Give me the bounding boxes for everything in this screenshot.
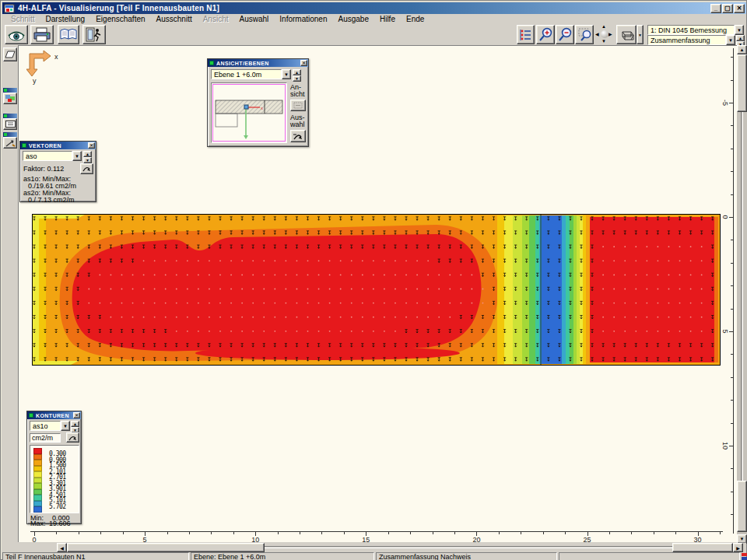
menu-item-informationen[interactable]: Informationen (274, 14, 332, 24)
vector-apply-button[interactable] (80, 163, 93, 174)
view-3d-button[interactable] (616, 25, 637, 44)
pan-left-icon[interactable]: ◀ (595, 31, 599, 37)
drawing-canvas[interactable]: x y 051015202530 -50510 (18, 45, 737, 542)
spinner-up-icon[interactable]: ▲ (83, 151, 92, 157)
panel-title: KONTUREN (36, 413, 73, 418)
spinner-up-icon[interactable]: ▲ (736, 35, 745, 41)
result-combo-drop-icon[interactable]: ▼ (726, 35, 735, 45)
ansicht-ebenen-panel[interactable]: ANSICHT/EBENEN ✕ Ebene 1 +6.0m ▼ ▲ ▼ x (207, 58, 309, 147)
level-spinner[interactable]: ▲ ▼ (293, 69, 301, 79)
result-combo-spinner[interactable]: ▲ ▼ (736, 35, 745, 45)
panel-title-bar[interactable]: VEKTOREN ✕ (20, 142, 96, 149)
ansicht-label: An- sicht (290, 84, 305, 98)
vector-combo-value[interactable]: aso (23, 151, 72, 161)
maximize-button[interactable]: ▢ (722, 4, 733, 13)
contour-combo-value[interactable]: as1o (30, 421, 61, 431)
spinner-up-icon[interactable]: ▲ (293, 69, 301, 75)
panel-close-icon[interactable]: ✕ (88, 142, 95, 149)
pan-down-icon[interactable]: ▼ (601, 39, 606, 44)
collapsed-palette-3[interactable] (3, 132, 17, 149)
mini-title-bar[interactable] (3, 114, 17, 118)
zoom-out-button[interactable] (556, 25, 574, 44)
vector-combo-drop-icon[interactable]: ▼ (72, 151, 82, 161)
level-combo-drop-icon[interactable]: ▼ (282, 69, 291, 79)
auswahl-button[interactable] (290, 130, 306, 142)
vektoren-panel[interactable]: VEKTOREN ✕ aso ▼ ▲ ▼ Faktor: 0.112 as1o:… (19, 141, 96, 202)
palette-button-2[interactable] (3, 118, 17, 130)
plane-select-button[interactable] (3, 47, 17, 61)
zoom-in-button[interactable] (536, 25, 555, 44)
spinner-up-icon[interactable]: ▲ (71, 421, 79, 427)
menu-item-ausschnitt[interactable]: Ausschnitt (151, 14, 198, 24)
design-combo-drop-icon[interactable]: ▼ (735, 25, 744, 35)
spinner-down-icon[interactable]: ▼ (293, 75, 301, 82)
scroll-right-icon[interactable]: ▶ (733, 543, 743, 552)
pan-right-icon[interactable]: ▶ (608, 31, 612, 37)
plan-preview[interactable]: x (211, 82, 287, 143)
result-combo-value[interactable]: Zusammenfassung (647, 35, 726, 45)
close-button[interactable]: ✕ (734, 4, 745, 13)
svg-text:x: x (261, 106, 263, 110)
level-combo[interactable]: Ebene 1 +6.0m ▼ (211, 69, 291, 79)
ansicht-button[interactable] (290, 100, 306, 111)
zoom-out-icon (558, 27, 573, 42)
vector-component-combo[interactable]: aso ▼ (23, 151, 82, 161)
scroll-left-icon[interactable]: ◀ (57, 543, 67, 552)
hscroll-thumb-2[interactable] (672, 543, 733, 552)
palette-button-1[interactable] (3, 93, 17, 104)
panel-close-icon[interactable]: ✕ (300, 60, 307, 66)
menu-item-hilfe[interactable]: Hilfe (374, 14, 401, 24)
menu-item-ausgabe[interactable]: Ausgabe (332, 14, 374, 24)
collapsed-palette-2[interactable] (3, 114, 17, 130)
pan-up-icon[interactable]: ▲ (601, 24, 606, 29)
v-ruler-label: -5 (721, 96, 729, 110)
menu-item-auswahl[interactable]: Auswahl (234, 14, 275, 24)
pan-ball[interactable] (601, 30, 608, 38)
hscroll-thumb[interactable] (67, 543, 265, 552)
collapsed-palette-1[interactable] (3, 88, 17, 104)
vertical-scrollbar[interactable]: ▲ ▼ (737, 45, 747, 544)
app-window: 4H-ALFA - Visualisierung [Teil F Innenau… (0, 0, 747, 560)
spinner-down-icon[interactable]: ▼ (83, 157, 92, 163)
vector-spinner[interactable]: ▲ ▼ (83, 151, 92, 161)
report-button[interactable] (58, 25, 79, 44)
konturen-panel[interactable]: KONTUREN ✕ as1o ▼ ▲ ▼ cm2/m 0.3000.9001.… (26, 411, 82, 524)
map-icon (5, 95, 16, 103)
level-combo-value[interactable]: Ebene 1 +6.0m (211, 69, 282, 79)
minimize-button[interactable]: _ (710, 4, 721, 13)
exit-button[interactable] (82, 25, 106, 44)
menu-item-eigenschaften[interactable]: Eigenschaften (90, 14, 150, 24)
contour-combo-drop-icon[interactable]: ▼ (61, 421, 70, 431)
panel-title-bar[interactable]: ANSICHT/EBENEN ✕ (208, 59, 308, 67)
vector-pen-icon (5, 139, 16, 147)
view-3d-dropdown-button[interactable]: ▼ (637, 25, 644, 44)
result-combo[interactable]: Zusammenfassung ▼ (647, 35, 735, 45)
design-combo[interactable]: 1: DIN 1045 Bemessung ▼ (647, 25, 744, 35)
panel-title-bar[interactable]: KONTUREN ✕ (27, 411, 81, 419)
panel-close-icon[interactable]: ✕ (73, 412, 80, 418)
result-list-button[interactable] (517, 25, 535, 44)
contour-component-combo[interactable]: as1o ▼ (30, 421, 70, 431)
palette-button-3[interactable] (3, 137, 17, 149)
legend-swatch-3 (33, 460, 42, 466)
faktor-text: Faktor: 0.112 (23, 166, 64, 173)
window-icon (5, 121, 16, 128)
coordinate-axes-icon: x y (26, 49, 67, 85)
contour-plot[interactable] (32, 214, 721, 366)
print-button[interactable] (30, 25, 54, 44)
menu-item-ende[interactable]: Ende (401, 14, 430, 24)
box-3d-icon (619, 28, 635, 41)
vscroll-thumb-2[interactable] (737, 481, 747, 532)
contour-apply-button[interactable] (66, 432, 79, 443)
scroll-up-icon[interactable]: ▲ (737, 45, 747, 54)
design-combo-value[interactable]: 1: DIN 1045 Bemessung (647, 25, 735, 35)
status-section-4 (559, 552, 740, 560)
pan-control[interactable]: ▲ ▼ ◀ ▶ (595, 25, 614, 44)
contour-spinner[interactable]: ▲ ▼ (71, 421, 79, 431)
mini-title-bar[interactable] (3, 132, 17, 137)
zoom-window-button[interactable] (575, 25, 594, 44)
view-settings-button[interactable] (5, 25, 28, 44)
menu-item-darstellung[interactable]: Darstellung (40, 14, 91, 24)
mini-title-bar[interactable] (3, 88, 17, 93)
vscroll-thumb[interactable] (737, 54, 747, 112)
